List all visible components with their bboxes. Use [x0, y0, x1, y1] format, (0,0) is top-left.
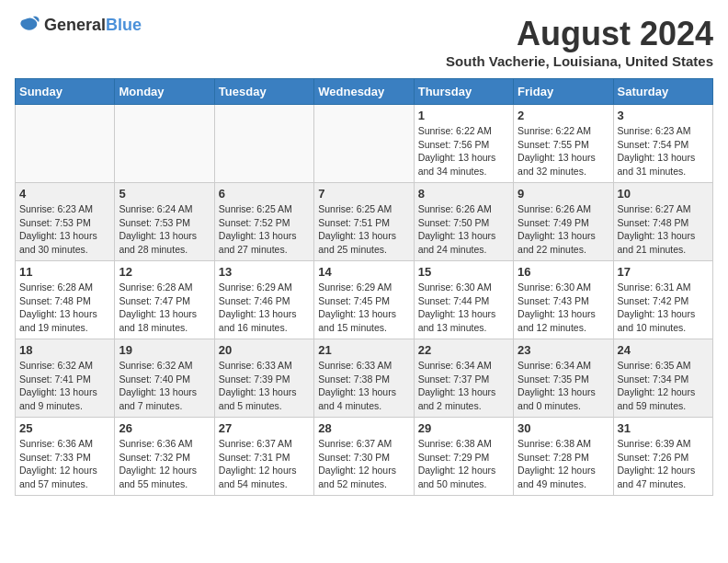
calendar-cell: 3Sunrise: 6:23 AM Sunset: 7:54 PM Daylig…: [613, 105, 712, 183]
calendar-cell: 10Sunrise: 6:27 AM Sunset: 7:48 PM Dayli…: [613, 183, 712, 261]
calendar-cell: 29Sunrise: 6:38 AM Sunset: 7:29 PM Dayli…: [414, 418, 513, 496]
day-number: 24: [618, 343, 709, 357]
logo-text: GeneralBlue: [44, 17, 142, 35]
day-number: 17: [618, 265, 709, 279]
day-info: Sunrise: 6:37 AM Sunset: 7:30 PM Dayligh…: [318, 437, 409, 491]
calendar-day-header: Thursday: [414, 79, 513, 105]
day-number: 15: [418, 265, 509, 279]
day-number: 21: [318, 343, 409, 357]
calendar-cell: 25Sunrise: 6:36 AM Sunset: 7:33 PM Dayli…: [16, 418, 115, 496]
day-number: 31: [618, 421, 709, 435]
day-number: 9: [518, 187, 609, 201]
calendar-cell: 14Sunrise: 6:29 AM Sunset: 7:45 PM Dayli…: [314, 261, 414, 339]
day-number: 29: [418, 421, 509, 435]
calendar-cell: [16, 105, 115, 183]
calendar-day-header: Wednesday: [314, 79, 414, 105]
calendar-cell: 2Sunrise: 6:22 AM Sunset: 7:55 PM Daylig…: [514, 105, 613, 183]
calendar-cell: 5Sunrise: 6:24 AM Sunset: 7:53 PM Daylig…: [115, 183, 214, 261]
day-info: Sunrise: 6:28 AM Sunset: 7:47 PM Dayligh…: [119, 281, 210, 335]
day-info: Sunrise: 6:22 AM Sunset: 7:56 PM Dayligh…: [418, 124, 509, 178]
calendar-day-header: Monday: [115, 79, 214, 105]
calendar-day-header: Saturday: [613, 79, 712, 105]
calendar-cell: 31Sunrise: 6:39 AM Sunset: 7:26 PM Dayli…: [613, 418, 712, 496]
calendar-cell: 8Sunrise: 6:26 AM Sunset: 7:50 PM Daylig…: [414, 183, 513, 261]
calendar-cell: [314, 105, 414, 183]
day-info: Sunrise: 6:32 AM Sunset: 7:41 PM Dayligh…: [19, 359, 110, 413]
page-header: GeneralBlue August 2024 South Vacherie, …: [15, 15, 713, 69]
day-number: 2: [518, 109, 609, 122]
day-number: 30: [518, 421, 609, 435]
calendar-cell: 7Sunrise: 6:25 AM Sunset: 7:51 PM Daylig…: [314, 183, 414, 261]
calendar-cell: 17Sunrise: 6:31 AM Sunset: 7:42 PM Dayli…: [613, 261, 712, 339]
calendar-day-header: Tuesday: [214, 79, 313, 105]
day-info: Sunrise: 6:24 AM Sunset: 7:53 PM Dayligh…: [119, 202, 210, 257]
day-number: 1: [418, 109, 509, 122]
main-title: August 2024: [446, 15, 713, 53]
day-number: 23: [518, 343, 609, 357]
day-info: Sunrise: 6:29 AM Sunset: 7:45 PM Dayligh…: [318, 281, 409, 335]
logo-icon: [15, 15, 40, 37]
day-info: Sunrise: 6:33 AM Sunset: 7:38 PM Dayligh…: [318, 359, 409, 413]
day-info: Sunrise: 6:23 AM Sunset: 7:53 PM Dayligh…: [19, 202, 110, 257]
day-number: 8: [418, 187, 509, 201]
calendar-cell: 24Sunrise: 6:35 AM Sunset: 7:34 PM Dayli…: [613, 339, 712, 418]
day-number: 26: [119, 421, 210, 435]
calendar-cell: 19Sunrise: 6:32 AM Sunset: 7:40 PM Dayli…: [115, 339, 214, 418]
day-number: 20: [219, 343, 310, 357]
calendar-cell: 18Sunrise: 6:32 AM Sunset: 7:41 PM Dayli…: [16, 339, 115, 418]
day-info: Sunrise: 6:33 AM Sunset: 7:39 PM Dayligh…: [219, 359, 310, 413]
calendar-cell: 22Sunrise: 6:34 AM Sunset: 7:37 PM Dayli…: [414, 339, 513, 418]
calendar-cell: 23Sunrise: 6:34 AM Sunset: 7:35 PM Dayli…: [514, 339, 613, 418]
day-number: 7: [318, 187, 409, 201]
day-number: 4: [19, 187, 110, 201]
day-info: Sunrise: 6:31 AM Sunset: 7:42 PM Dayligh…: [618, 281, 709, 335]
day-info: Sunrise: 6:25 AM Sunset: 7:52 PM Dayligh…: [219, 202, 310, 257]
day-info: Sunrise: 6:37 AM Sunset: 7:31 PM Dayligh…: [219, 437, 310, 491]
day-info: Sunrise: 6:34 AM Sunset: 7:35 PM Dayligh…: [518, 359, 609, 413]
day-info: Sunrise: 6:36 AM Sunset: 7:33 PM Dayligh…: [19, 437, 110, 491]
day-info: Sunrise: 6:38 AM Sunset: 7:28 PM Dayligh…: [518, 437, 609, 491]
day-number: 13: [219, 265, 310, 279]
day-info: Sunrise: 6:25 AM Sunset: 7:51 PM Dayligh…: [318, 202, 409, 257]
day-number: 10: [618, 187, 709, 201]
calendar-cell: 12Sunrise: 6:28 AM Sunset: 7:47 PM Dayli…: [115, 261, 214, 339]
day-info: Sunrise: 6:38 AM Sunset: 7:29 PM Dayligh…: [418, 437, 509, 491]
day-info: Sunrise: 6:27 AM Sunset: 7:48 PM Dayligh…: [618, 202, 709, 257]
day-number: 16: [518, 265, 609, 279]
calendar-cell: 15Sunrise: 6:30 AM Sunset: 7:44 PM Dayli…: [414, 261, 513, 339]
calendar-cell: 6Sunrise: 6:25 AM Sunset: 7:52 PM Daylig…: [214, 183, 313, 261]
day-info: Sunrise: 6:30 AM Sunset: 7:43 PM Dayligh…: [518, 281, 609, 335]
day-info: Sunrise: 6:32 AM Sunset: 7:40 PM Dayligh…: [119, 359, 210, 413]
calendar-cell: [115, 105, 214, 183]
day-info: Sunrise: 6:30 AM Sunset: 7:44 PM Dayligh…: [418, 281, 509, 335]
day-number: 25: [19, 421, 110, 435]
calendar-day-header: Sunday: [16, 79, 115, 105]
day-info: Sunrise: 6:35 AM Sunset: 7:34 PM Dayligh…: [618, 359, 709, 413]
calendar-cell: 1Sunrise: 6:22 AM Sunset: 7:56 PM Daylig…: [414, 105, 513, 183]
day-number: 27: [219, 421, 310, 435]
day-info: Sunrise: 6:26 AM Sunset: 7:50 PM Dayligh…: [418, 202, 509, 257]
calendar-cell: 16Sunrise: 6:30 AM Sunset: 7:43 PM Dayli…: [514, 261, 613, 339]
day-info: Sunrise: 6:26 AM Sunset: 7:49 PM Dayligh…: [518, 202, 609, 257]
day-info: Sunrise: 6:22 AM Sunset: 7:55 PM Dayligh…: [518, 124, 609, 178]
day-info: Sunrise: 6:34 AM Sunset: 7:37 PM Dayligh…: [418, 359, 509, 413]
calendar-header: SundayMondayTuesdayWednesdayThursdayFrid…: [16, 79, 713, 105]
day-number: 18: [19, 343, 110, 357]
day-number: 11: [19, 265, 110, 279]
day-number: 3: [618, 109, 709, 122]
calendar-cell: [214, 105, 313, 183]
day-info: Sunrise: 6:29 AM Sunset: 7:46 PM Dayligh…: [219, 281, 310, 335]
calendar-table: SundayMondayTuesdayWednesdayThursdayFrid…: [15, 78, 713, 496]
calendar-cell: 4Sunrise: 6:23 AM Sunset: 7:53 PM Daylig…: [16, 183, 115, 261]
calendar-cell: 11Sunrise: 6:28 AM Sunset: 7:48 PM Dayli…: [16, 261, 115, 339]
day-number: 19: [119, 343, 210, 357]
calendar-cell: 20Sunrise: 6:33 AM Sunset: 7:39 PM Dayli…: [214, 339, 313, 418]
calendar-day-header: Friday: [514, 79, 613, 105]
calendar-cell: 26Sunrise: 6:36 AM Sunset: 7:32 PM Dayli…: [115, 418, 214, 496]
day-number: 6: [219, 187, 310, 201]
day-number: 14: [318, 265, 409, 279]
logo: GeneralBlue: [15, 15, 142, 37]
calendar-cell: 28Sunrise: 6:37 AM Sunset: 7:30 PM Dayli…: [314, 418, 414, 496]
day-info: Sunrise: 6:36 AM Sunset: 7:32 PM Dayligh…: [119, 437, 210, 491]
title-block: August 2024 South Vacherie, Louisiana, U…: [446, 15, 713, 69]
